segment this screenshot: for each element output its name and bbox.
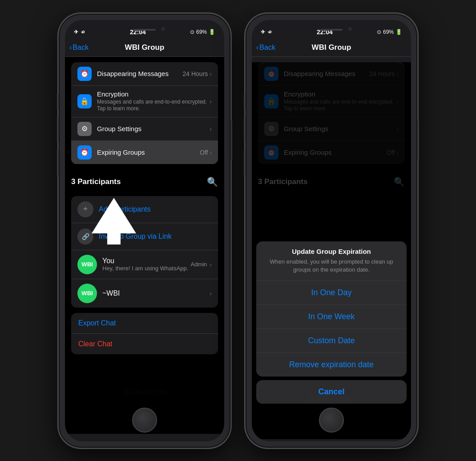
cancel-label: Cancel [318,387,344,396]
back-label-2[interactable]: Back [259,44,275,52]
battery-icon: ⊙ [190,29,194,35]
airplane-icon: ✈ [74,29,78,35]
airplane-icon-2: ✈ [261,29,265,35]
disappearing-hours: 24 Hours [183,70,208,77]
option-remove-expiration-label: Remove expiration date [289,360,374,369]
expiring-title: Expiring Groups [97,148,200,156]
camera-dot-2 [348,27,352,31]
disappearing-value: 24 Hours › [183,70,212,77]
volume-up-button-2 [244,116,246,143]
participant-you-row[interactable]: WBI You Hey, there! I am using WhatsApp.… [71,250,218,279]
link-icon-bg: 🔗 [77,228,93,245]
screen-content-2: ⏰ Disappearing Messages 24 Hours › [252,62,411,439]
clear-chat-row[interactable]: Clear Chat [71,334,218,354]
action-sheet-header: Update Group Expiration When enabled, yo… [256,241,407,281]
add-participants-row[interactable]: + Add Participants [71,196,218,223]
nav-title-2: WBI Group [312,43,351,52]
settings-section: ⏰ Disappearing Messages 24 Hours › [71,62,218,164]
group-settings-title: Group Settings [97,125,210,132]
mute-button-2 [244,94,246,110]
home-button-1[interactable] [132,408,157,433]
speaker-2 [320,29,343,31]
chevron-icon: › [210,290,212,297]
link-icon: 🔗 [82,233,89,240]
battery-indicator: 🔋 [209,29,215,35]
disappearing-messages-row[interactable]: ⏰ Disappearing Messages 24 Hours › [71,62,218,86]
mute-button [57,94,59,110]
participant-name-wbi: ~WBI [102,289,210,297]
action-sheet-overlay: Update Group Expiration When enabled, yo… [252,62,411,439]
search-button[interactable]: 🔍 [207,176,218,187]
back-chevron-icon: ‹ [69,44,72,52]
phone-frame-1: ✈ ꩜ 22:04 ⊙ 69% 🔋 ‹ Back WBI Group [58,13,231,449]
chevron-icon: › [210,125,212,132]
lock-icon: 🔒 [80,97,89,105]
avatar-you: WBI [77,255,97,274]
battery-percent-2: 69% [383,29,394,35]
status-left-2: ✈ ꩜ [261,29,273,35]
action-sheet: Update Group Expiration When enabled, yo… [256,241,407,376]
invite-label: Invite to Group via Link [99,233,172,241]
row-text: Disappearing Messages [97,70,183,77]
option-custom-date[interactable]: Custom Date [256,329,407,353]
speaker [133,29,156,31]
nav-bar-2: ‹ Back WBI Group [252,40,411,57]
add-icon: + [77,201,93,217]
phone-screen-1: ✈ ꩜ 22:04 ⊙ 69% 🔋 ‹ Back WBI Group [65,20,224,441]
power-button [230,120,232,160]
encryption-row[interactable]: 🔒 Encryption Messages and calls are end-… [71,86,218,117]
encryption-text: Encryption Messages and calls are end-to… [97,90,210,112]
encryption-title: Encryption [97,90,210,98]
power-button-2 [417,120,419,160]
status-right: ⊙ 69% 🔋 [190,29,215,35]
plus-icon: + [83,204,88,214]
avatar-wbi: WBI [77,284,97,303]
action-sheet-desc: When enabled, you will be prompted to cl… [263,258,399,274]
phone-2: ✈ ꩜ 22:04 ⊙ 69% 🔋 ‹ Back WBI Group [245,13,418,449]
volume-up-button [57,116,59,143]
clock-icon: ⏰ [80,69,89,78]
bottom-actions: Export Chat Clear Chat [71,313,218,354]
back-button-2[interactable]: ‹ Back [256,44,275,52]
option-in-one-day[interactable]: In One Day [256,281,407,305]
home-button-2[interactable] [319,408,344,433]
back-button[interactable]: ‹ Back [69,44,89,52]
phone-frame-2: ✈ ꩜ 22:04 ⊙ 69% 🔋 ‹ Back WBI Group [245,13,418,449]
disappearing-title: Disappearing Messages [97,70,183,77]
expiring-text: Expiring Groups [97,148,200,156]
participant-wbi-row[interactable]: WBI ~WBI › [71,279,218,308]
phone-screen-2: ✈ ꩜ 22:04 ⊙ 69% 🔋 ‹ Back WBI Group [252,20,411,441]
export-chat-row[interactable]: Export Chat [71,313,218,334]
group-settings-row[interactable]: ⚙ Group Settings › [71,117,218,141]
status-left: ✈ ꩜ [74,29,86,35]
option-in-one-day-label: In One Day [311,288,351,297]
export-chat-label: Export Chat [78,319,116,327]
status-right-2: ⊙ 69% 🔋 [377,29,402,35]
chevron-icon: › [210,70,212,77]
group-settings-right: › [210,125,212,132]
wifi-icon: ꩜ [81,29,86,35]
expiring-groups-row[interactable]: ⏰ Expiring Groups Off › [71,141,218,164]
expiring-right: Off › [200,149,212,156]
option-in-one-week-label: In One Week [308,312,355,321]
participant-info-you: You Hey, there! I am using WhatsApp. [102,257,190,272]
option-in-one-week[interactable]: In One Week [256,305,407,329]
expiring-value: Off [200,149,208,156]
participant-status-you: Hey, there! I am using WhatsApp. [102,265,190,272]
gear-icon: ⚙ [81,124,88,133]
admin-badge: Admin [190,261,207,268]
battery-percent: 69% [196,29,207,35]
invite-link-row[interactable]: 🔗 Invite to Group via Link [71,223,218,250]
battery-icon-2: ⊙ [377,29,381,35]
encryption-icon-bg: 🔒 [77,94,92,108]
nav-bar: ‹ Back WBI Group [65,40,224,57]
participant-right-you: Admin › [190,261,212,268]
participant-info-wbi: ~WBI [102,289,210,297]
option-remove-expiration[interactable]: Remove expiration date [256,353,407,377]
expiring-icon-bg: ⏰ [77,145,92,160]
expiring-clock-icon: ⏰ [80,148,89,156]
back-label[interactable]: Back [73,44,89,52]
chevron-icon: › [210,149,212,156]
screen-content: ⏰ Disappearing Messages 24 Hours › [65,57,224,434]
cancel-button[interactable]: Cancel [256,380,407,404]
